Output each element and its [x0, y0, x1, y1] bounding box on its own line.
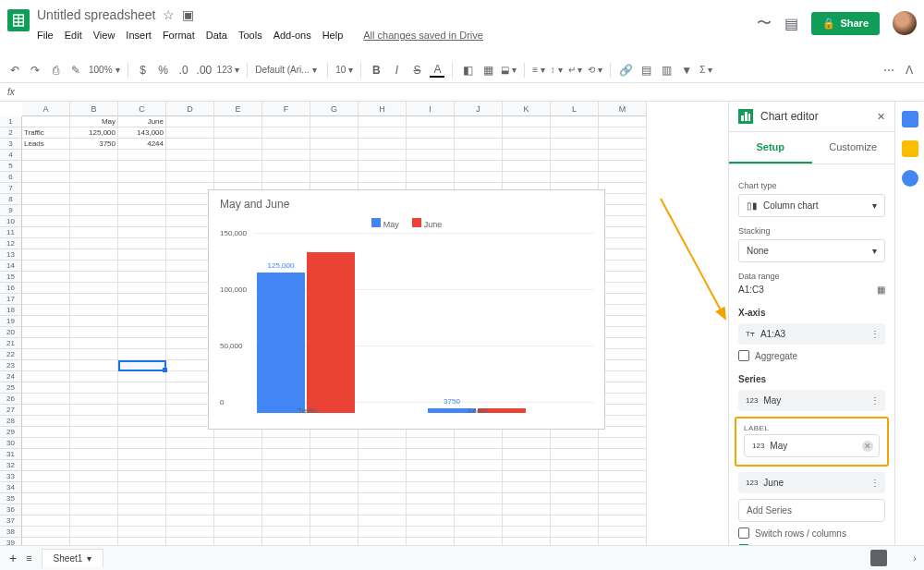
cell[interactable] [22, 394, 70, 405]
cell[interactable] [118, 316, 166, 327]
cell[interactable] [262, 493, 310, 504]
toolbar-more-icon[interactable]: ⋯ [881, 64, 896, 77]
cell[interactable] [599, 482, 647, 493]
cell[interactable] [214, 172, 262, 183]
cell[interactable] [599, 493, 647, 504]
functions-icon[interactable]: Σ ▾ [699, 65, 712, 75]
cell[interactable] [551, 449, 599, 460]
row-header[interactable]: 31 [0, 449, 22, 460]
bold-icon[interactable]: B [369, 64, 383, 77]
cell[interactable] [503, 538, 551, 545]
cell[interactable]: 125,000 [70, 127, 118, 139]
cell[interactable] [455, 460, 503, 471]
cell[interactable] [70, 382, 118, 394]
cell[interactable] [118, 349, 166, 360]
row-header[interactable]: 35 [0, 493, 22, 504]
cell[interactable] [359, 482, 407, 493]
cell[interactable] [118, 515, 166, 527]
cell[interactable] [70, 327, 118, 338]
cell[interactable] [70, 515, 118, 527]
cell[interactable] [70, 482, 118, 493]
row-header[interactable]: 30 [0, 438, 22, 449]
cell[interactable] [503, 460, 551, 471]
cell[interactable] [455, 449, 503, 460]
percent-icon[interactable]: % [156, 64, 171, 77]
zoom-select[interactable]: 100% ▾ [89, 65, 120, 75]
cell[interactable] [551, 438, 599, 449]
cell[interactable] [118, 227, 166, 238]
cell[interactable] [599, 238, 647, 249]
borders-icon[interactable]: ▦ [480, 64, 495, 77]
cell[interactable] [599, 316, 647, 327]
cell[interactable] [599, 438, 647, 449]
cell[interactable] [118, 438, 166, 449]
cell[interactable] [70, 338, 118, 349]
cell[interactable] [214, 482, 262, 493]
grid-select-icon[interactable]: ▦ [877, 285, 885, 295]
row-header[interactable]: 38 [0, 527, 22, 538]
chart-insert-icon[interactable]: ▥ [659, 64, 674, 77]
cell[interactable] [166, 150, 214, 161]
comment-insert-icon[interactable]: ▤ [638, 64, 653, 77]
cell[interactable] [407, 172, 455, 183]
cell[interactable] [503, 504, 551, 515]
cell[interactable] [407, 504, 455, 515]
cell[interactable] [551, 172, 599, 183]
cell[interactable] [407, 515, 455, 527]
cell[interactable] [70, 394, 118, 405]
cell[interactable] [262, 471, 310, 482]
cell[interactable] [407, 460, 455, 471]
row-header[interactable]: 33 [0, 471, 22, 482]
cell[interactable] [22, 161, 70, 172]
row-header[interactable]: 15 [0, 272, 22, 283]
cell[interactable] [70, 150, 118, 161]
row-header[interactable]: 10 [0, 216, 22, 227]
cell[interactable] [503, 161, 551, 172]
cell[interactable] [359, 127, 407, 139]
cell[interactable] [118, 338, 166, 349]
link-icon[interactable]: 🔗 [618, 64, 633, 77]
cell[interactable] [166, 460, 214, 471]
cell[interactable] [22, 283, 70, 294]
col-header[interactable]: H [359, 102, 407, 116]
cell[interactable] [166, 449, 214, 460]
cell[interactable] [118, 194, 166, 205]
cell[interactable] [22, 449, 70, 460]
tab-setup[interactable]: Setup [729, 132, 812, 164]
cell[interactable] [599, 405, 647, 416]
cell[interactable] [22, 460, 70, 471]
cell[interactable] [22, 515, 70, 527]
cell[interactable] [407, 527, 455, 538]
cell[interactable] [70, 161, 118, 172]
undo-icon[interactable]: ↶ [7, 64, 22, 77]
cell[interactable] [70, 493, 118, 504]
cell[interactable] [70, 438, 118, 449]
menu-tools[interactable]: Tools [238, 30, 262, 41]
cell[interactable] [599, 349, 647, 360]
cell[interactable] [22, 305, 70, 316]
row-header[interactable]: 17 [0, 294, 22, 305]
cell[interactable] [503, 139, 551, 150]
cell[interactable] [22, 405, 70, 416]
cell[interactable] [118, 205, 166, 216]
menu-edit[interactable]: Edit [65, 30, 82, 41]
cell[interactable] [118, 493, 166, 504]
cell[interactable] [407, 482, 455, 493]
add-series-button[interactable]: Add Series [738, 499, 885, 522]
row-header[interactable]: 22 [0, 349, 22, 360]
cell[interactable] [70, 416, 118, 427]
cell[interactable] [22, 150, 70, 161]
cell[interactable] [70, 538, 118, 545]
cell[interactable] [118, 305, 166, 316]
number-format[interactable]: 123 ▾ [217, 65, 240, 75]
halign-icon[interactable]: ≡ ▾ [532, 65, 545, 75]
cell[interactable] [118, 538, 166, 545]
cell[interactable] [262, 139, 310, 150]
tasks-icon[interactable] [902, 170, 918, 187]
cell[interactable] [503, 150, 551, 161]
cell[interactable] [455, 438, 503, 449]
cell[interactable] [22, 116, 70, 127]
sheets-logo-icon[interactable] [7, 9, 30, 31]
cell[interactable] [407, 538, 455, 545]
cell[interactable] [22, 382, 70, 394]
